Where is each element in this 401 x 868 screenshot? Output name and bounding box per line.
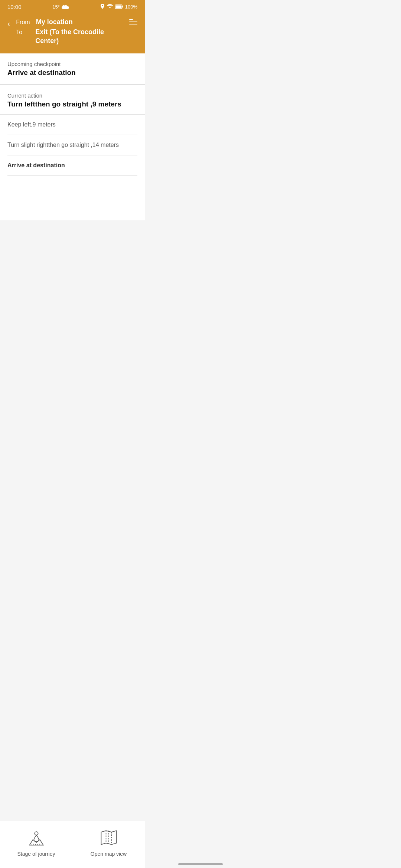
current-action-section: Current action Turn leftthen go straight… (0, 85, 145, 115)
steps-list: Keep left,9 metersTurn slight rightthen … (0, 115, 145, 176)
location-status-icon (100, 4, 105, 10)
checkpoint-section: Upcoming checkpoint Arrive at destinatio… (0, 53, 145, 85)
to-row: To Exit (To the Crocodile Center) (16, 28, 123, 45)
wifi-icon (107, 4, 113, 9)
route-info: From My location To Exit (To the Crocodi… (16, 18, 123, 47)
to-value: Exit (To the Crocodile Center) (35, 28, 123, 45)
main-content: Upcoming checkpoint Arrive at destinatio… (0, 53, 145, 220)
status-center: 15° (52, 4, 69, 10)
to-label: To (16, 29, 29, 36)
from-value: My location (36, 18, 73, 26)
svg-rect-1 (115, 6, 121, 8)
cloud-icon (62, 4, 69, 9)
action-value: Turn leftthen go straight ,9 meters (7, 100, 137, 108)
temperature: 15° (52, 4, 60, 10)
battery-icon (115, 4, 123, 9)
status-bar: 10:00 15° 100% (0, 0, 145, 13)
status-right: 100% (100, 4, 137, 10)
status-time: 10:00 (7, 4, 22, 10)
step-item-1: Turn slight rightthen go straight ,14 me… (7, 135, 137, 155)
navigation-header: ‹ From My location To Exit (To the Croco… (0, 13, 145, 53)
step-item-2: Arrive at destination (7, 155, 137, 176)
step-item-0: Keep left,9 meters (7, 115, 137, 135)
bottom-spacer (0, 176, 145, 220)
checkpoint-value: Arrive at destination (7, 69, 137, 77)
back-button[interactable]: ‹ (7, 19, 10, 29)
svg-rect-2 (122, 6, 123, 7)
action-label: Current action (7, 92, 137, 99)
menu-line-long (129, 22, 137, 22)
menu-line-long2 (129, 24, 137, 24)
battery-percent: 100% (125, 4, 137, 10)
from-row: From My location (16, 18, 123, 26)
from-label: From (16, 19, 30, 26)
menu-line-short (129, 19, 133, 20)
menu-button[interactable] (129, 19, 137, 24)
checkpoint-label: Upcoming checkpoint (7, 61, 137, 67)
